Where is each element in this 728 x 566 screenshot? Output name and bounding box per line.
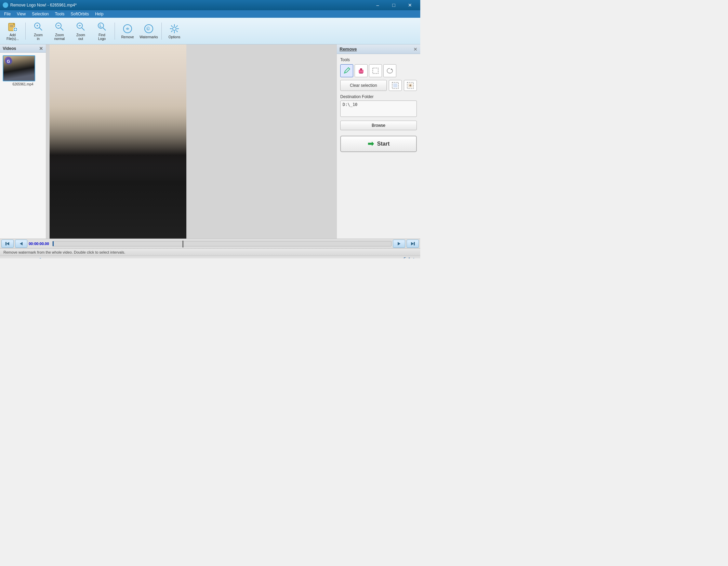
zoom-out-icon xyxy=(75,21,86,32)
menu-softorbits[interactable]: SoftOrbits xyxy=(68,11,92,17)
watermarks-button[interactable]: © Watermarks xyxy=(139,20,159,42)
eraser-tool-button[interactable] xyxy=(355,64,368,77)
panel-body: Tools xyxy=(337,54,420,239)
watermarks-icon: © xyxy=(143,23,154,34)
back-frame-button[interactable] xyxy=(15,240,27,248)
remove-button[interactable]: Remove xyxy=(118,20,137,42)
timeline-right-buttons xyxy=(393,240,419,248)
clear-selection-button[interactable]: Clear selection xyxy=(340,80,387,91)
timeline: 00:00:00.00 xyxy=(0,239,420,248)
timeline-marker xyxy=(53,241,54,246)
zoom-slider-handle[interactable] xyxy=(39,258,42,259)
remove-label: Remove xyxy=(121,35,134,39)
browse-button[interactable]: Browse xyxy=(340,121,417,130)
timeline-playhead xyxy=(183,241,183,247)
next-frame-icon xyxy=(396,241,402,246)
maximize-button[interactable]: □ xyxy=(386,0,401,10)
svg-point-24 xyxy=(173,27,176,30)
zoom-in-icon xyxy=(33,21,44,32)
svg-rect-47 xyxy=(5,242,6,245)
svg-line-10 xyxy=(39,28,42,30)
svg-line-13 xyxy=(61,28,63,30)
clear-selection-row: Clear selection xyxy=(340,80,417,91)
svg-rect-40 xyxy=(373,68,378,73)
zoom-minus-icon[interactable]: – xyxy=(15,257,18,259)
video-area[interactable]: G ★ ★ xyxy=(46,44,336,239)
svg-text:©: © xyxy=(146,26,150,31)
next-frame-button[interactable] xyxy=(393,240,405,248)
zoom-in-button[interactable]: Zoom in xyxy=(28,20,48,42)
menu-help[interactable]: Help xyxy=(92,11,106,17)
rect-select-tool-button[interactable] xyxy=(369,64,382,77)
svg-marker-48 xyxy=(6,242,9,245)
menu-view[interactable]: View xyxy=(14,11,28,17)
select-expand-button[interactable] xyxy=(404,80,417,91)
menu-tools[interactable]: Tools xyxy=(52,11,67,17)
svg-line-30 xyxy=(176,30,178,32)
find-logo-button[interactable]: L Find Logo xyxy=(92,20,112,42)
timeline-track[interactable] xyxy=(52,241,392,246)
find-logo-label: Find Logo xyxy=(98,33,106,41)
svg-rect-51 xyxy=(414,242,415,245)
pencil-icon xyxy=(343,67,350,75)
prev-frame-button[interactable] xyxy=(1,240,14,248)
fwd-frame-button[interactable] xyxy=(407,240,419,248)
close-button[interactable]: ✕ xyxy=(402,0,418,10)
watermarks-label: Watermarks xyxy=(140,35,158,39)
zoom-fit-icon[interactable]: ⊠ xyxy=(9,257,13,259)
social-icons: 𝕗 𝕥 ▶ xyxy=(403,256,418,258)
zoom-select-icon[interactable]: ⊡ xyxy=(3,257,7,259)
twitter-icon[interactable]: 𝕥 xyxy=(408,256,411,258)
toolbar-separator-2 xyxy=(115,23,115,40)
youtube-icon[interactable]: ▶ xyxy=(413,256,418,258)
status-bar: Remove watermark from the whole video. D… xyxy=(0,248,420,256)
svg-rect-42 xyxy=(393,83,397,87)
svg-text:G: G xyxy=(7,59,10,64)
options-button[interactable]: Options xyxy=(164,20,184,42)
sidebar-close-button[interactable]: ✕ xyxy=(39,46,43,51)
right-panel: Remove ✕ Tools xyxy=(336,44,420,239)
tools-row xyxy=(340,64,417,77)
sidebar-header: Videos ✕ xyxy=(0,44,46,53)
zoom-normal-label: Zoom normal xyxy=(54,33,65,41)
time-display: 00:00:00.00 xyxy=(29,242,51,246)
pencil-tool-button[interactable] xyxy=(340,64,353,77)
window-title: Remove Logo Now! - 6265961.mp4* xyxy=(10,3,77,8)
video-filename: 6265961.mp4 xyxy=(3,82,43,86)
zoom-plus-icon[interactable]: + xyxy=(63,257,66,259)
lasso-tool-button[interactable] xyxy=(383,64,396,77)
zoom-out-button[interactable]: Zoom out xyxy=(71,20,91,42)
menu-selection[interactable]: Selection xyxy=(29,11,51,17)
sidebar: Videos ✕ G 6265961.mp4 xyxy=(0,44,46,239)
fwd-frame-icon xyxy=(410,241,415,246)
app-icon xyxy=(3,2,8,8)
eraser-icon xyxy=(357,67,365,75)
destination-input[interactable]: D:\_10 xyxy=(340,100,417,117)
video-content: G ★ ★ xyxy=(50,44,186,239)
video-frame: G ★ ★ xyxy=(50,44,186,239)
zoom-value: 44% xyxy=(68,258,79,259)
svg-line-20 xyxy=(103,28,106,30)
video-thumbnail[interactable]: G xyxy=(3,55,35,81)
menu-file[interactable]: File xyxy=(1,11,13,17)
svg-text:L: L xyxy=(100,24,102,28)
panel-title: Remove xyxy=(340,46,357,52)
options-icon xyxy=(169,23,180,34)
start-button[interactable]: ➡ Start xyxy=(340,136,417,152)
main-area: Videos ✕ G 6265961.mp4 xyxy=(0,44,420,239)
title-bar: Remove Logo Now! - 6265961.mp4* – □ ✕ xyxy=(0,0,420,10)
zoom-normal-button[interactable]: Zoom normal xyxy=(50,20,69,42)
svg-line-32 xyxy=(171,30,173,32)
status-message: Remove watermark from the whole video. D… xyxy=(3,250,125,254)
toolbar-separator-3 xyxy=(161,23,162,40)
toolbar-separator-1 xyxy=(25,23,26,40)
facebook-icon[interactable]: 𝕗 xyxy=(403,256,406,258)
prev-frame-icon xyxy=(5,241,10,246)
zoom-out-label: Zoom out xyxy=(76,33,85,41)
svg-marker-49 xyxy=(20,242,23,245)
minimize-button[interactable]: – xyxy=(370,0,385,10)
select-fit-button[interactable] xyxy=(389,80,402,91)
panel-close-button[interactable]: ✕ xyxy=(413,46,418,52)
add-files-button[interactable]: Add File(s)... xyxy=(3,20,23,42)
destination-label: Destination Folder xyxy=(340,94,417,99)
